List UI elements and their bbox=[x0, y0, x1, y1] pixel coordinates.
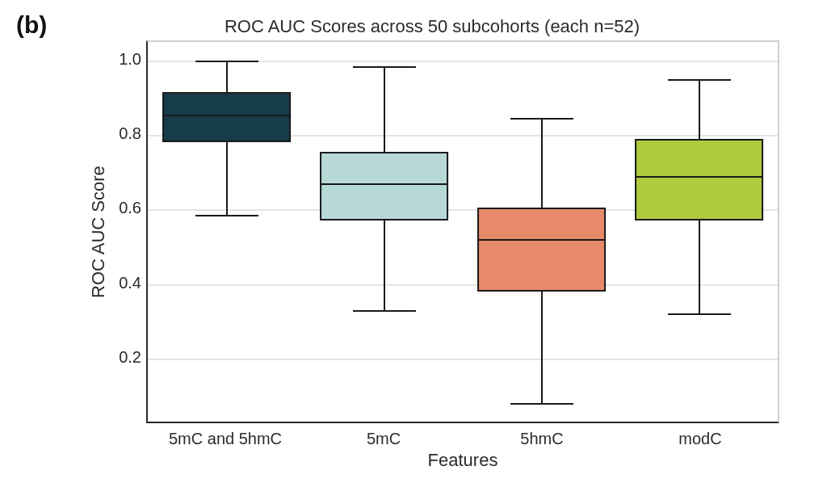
box-slot bbox=[148, 42, 305, 422]
whisker-lower bbox=[384, 220, 385, 310]
whisker-lower bbox=[226, 142, 228, 215]
whisker-cap-upper bbox=[353, 66, 416, 68]
box bbox=[162, 92, 292, 142]
median-line bbox=[477, 239, 607, 241]
figure-stage: (b) ROC AUC Scores across 50 subcohorts … bbox=[0, 0, 827, 504]
y-tick-label: 0.6 bbox=[119, 199, 141, 217]
whisker-cap-upper bbox=[195, 61, 258, 62]
y-axis-ticks: 0.20.40.60.81.0 bbox=[109, 40, 146, 420]
box bbox=[477, 208, 607, 292]
panel-label: (b) bbox=[16, 11, 47, 39]
box-slot bbox=[463, 42, 620, 422]
whisker-cap-lower bbox=[510, 403, 573, 405]
plot-wrap: ROC AUC Score 0.20.40.60.81.0 bbox=[85, 40, 779, 423]
y-tick-label: 0.2 bbox=[119, 347, 141, 366]
whisker-lower bbox=[699, 220, 700, 313]
box-slot bbox=[620, 42, 778, 422]
median-line bbox=[320, 183, 449, 185]
whisker-upper bbox=[226, 61, 228, 92]
whisker-upper bbox=[541, 118, 543, 208]
x-tick-label: modC bbox=[621, 423, 779, 448]
plot-area bbox=[146, 40, 779, 423]
whisker-cap-lower bbox=[353, 310, 416, 312]
y-tick-label: 0.4 bbox=[119, 273, 141, 292]
whisker-cap-upper bbox=[668, 79, 731, 81]
median-line bbox=[162, 115, 292, 116]
y-axis-label: ROC AUC Score bbox=[85, 40, 109, 423]
x-tick-label: 5hmC bbox=[463, 423, 621, 448]
whisker-lower bbox=[541, 292, 543, 403]
x-axis-label: Features bbox=[146, 450, 779, 471]
median-line bbox=[635, 176, 764, 178]
y-tick-label: 0.8 bbox=[119, 124, 141, 143]
whisker-cap-lower bbox=[668, 313, 731, 315]
chart-title: ROC AUC Scores across 50 subcohorts (eac… bbox=[85, 16, 779, 37]
whisker-upper bbox=[384, 66, 385, 152]
whisker-cap-upper bbox=[510, 118, 573, 120]
box bbox=[635, 139, 764, 220]
x-tick-label: 5mC bbox=[304, 423, 463, 448]
box-slot bbox=[305, 42, 463, 422]
whisker-upper bbox=[699, 79, 700, 139]
x-tick-label: 5mC and 5hmC bbox=[146, 423, 304, 448]
whisker-cap-lower bbox=[195, 215, 258, 216]
boxplot-chart: ROC AUC Scores across 50 subcohorts (eac… bbox=[85, 16, 779, 477]
y-tick-label: 1.0 bbox=[119, 50, 141, 69]
box bbox=[320, 152, 449, 220]
x-axis-ticks: 5mC and 5hmC5mC5hmCmodC bbox=[146, 423, 779, 448]
